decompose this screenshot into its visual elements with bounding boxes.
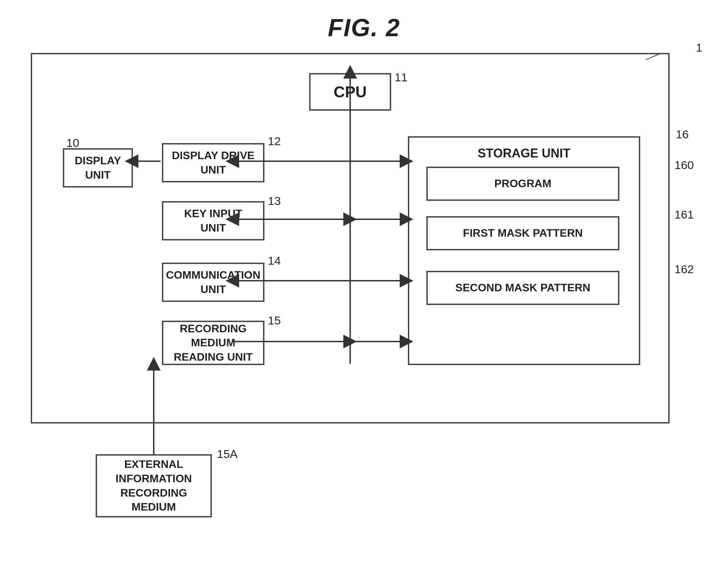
ref-16: 16 [676,128,689,141]
program-box: PROGRAM [426,167,619,201]
second-mask-label: SECOND MASK PATTERN [455,281,590,295]
ref-14: 14 [268,254,281,267]
key-input-box: KEY INPUTUNIT [162,201,264,240]
first-mask-label: FIRST MASK PATTERN [463,226,583,240]
display-unit-box: DISPLAYUNIT [63,148,133,187]
ref-10: 10 [66,136,79,150]
ref-15a: 15A [217,447,238,461]
display-drive-label: DISPLAY DRIVEUNIT [172,149,255,177]
communication-label: COMMUNICATIONUNIT [166,268,261,296]
ref-161: 161 [674,208,694,221]
ref-160: 160 [674,158,694,172]
ref-162: 162 [674,263,694,276]
storage-unit-box: STORAGE UNIT PROGRAM FIRST MASK PATTERN … [408,136,640,365]
second-mask-box: SECOND MASK PATTERN [426,271,619,305]
key-input-label: KEY INPUTUNIT [184,207,242,235]
storage-unit-title: STORAGE UNIT [478,146,570,161]
display-unit-label: DISPLAYUNIT [75,154,121,182]
ref-12: 12 [268,135,281,148]
ref-1: 1 [696,41,702,54]
display-drive-box: DISPLAY DRIVEUNIT [162,143,264,182]
recording-box: RECORDING MEDIUMREADING UNIT [162,321,264,365]
program-label: PROGRAM [494,177,551,191]
first-mask-box: FIRST MASK PATTERN [426,216,619,250]
page-title: FIG. 2 [328,14,400,42]
communication-box: COMMUNICATIONUNIT [162,263,264,302]
recording-label: RECORDING MEDIUMREADING UNIT [163,322,263,364]
cpu-box: CPU [309,73,391,111]
external-medium-label: EXTERNALINFORMATIONRECORDING MEDIUM [97,457,210,514]
ref-11: 11 [395,71,408,84]
ref-15: 15 [268,314,281,327]
cpu-label: CPU [333,83,367,101]
main-box: CPU DISPLAY DRIVEUNIT KEY INPUTUNIT COMM… [31,53,670,423]
external-medium-box: EXTERNALINFORMATIONRECORDING MEDIUM [96,454,212,517]
ref-13: 13 [268,194,281,208]
